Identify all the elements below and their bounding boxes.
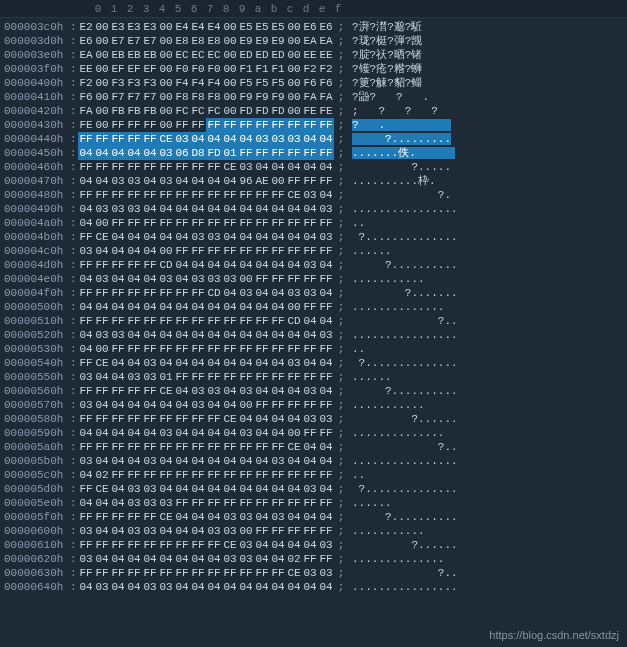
hex-bytes[interactable]: 0304040404040403040400FFFFFFFFFF [78,398,334,412]
hex-byte[interactable]: 03 [190,384,206,398]
hex-byte[interactable]: FF [206,314,222,328]
hex-byte[interactable]: 03 [126,482,142,496]
hex-byte[interactable]: 03 [286,356,302,370]
hex-byte[interactable]: FF [190,412,206,426]
ascii-view[interactable]: ?腚?祆?晒?锗 [348,48,627,62]
hex-byte[interactable]: 04 [238,356,254,370]
hex-byte[interactable]: FF [94,286,110,300]
hex-bytes[interactable]: FFCE0404030404040404040404030404 [78,356,334,370]
hex-byte[interactable]: FF [270,216,286,230]
hex-byte[interactable]: CE [286,440,302,454]
hex-byte[interactable]: FF [302,216,318,230]
hex-byte[interactable]: 04 [142,552,158,566]
hex-byte[interactable]: FF [302,272,318,286]
hex-byte[interactable]: 03 [94,272,110,286]
hex-byte[interactable]: 04 [110,524,126,538]
hex-byte[interactable]: 01 [222,146,238,160]
hex-byte[interactable]: F7 [110,90,126,104]
hex-byte[interactable]: 03 [222,272,238,286]
hex-row[interactable]: 000004e0h:0403040404030403030300FFFFFFFF… [0,272,627,286]
hex-byte[interactable]: FB [126,104,142,118]
hex-bytes[interactable]: FFFFFFFFFFCE03040404040303030404 [78,132,334,146]
hex-bytes[interactable]: FFFFFFFFFFFFFFFFFFFFFFFFFFCD0404 [78,314,334,328]
hex-byte[interactable]: EE [302,48,318,62]
hex-row[interactable]: 00000540h:FFCE04040304040404040404040304… [0,356,627,370]
ascii-view[interactable]: ...... [348,244,627,258]
hex-byte[interactable]: 04 [302,356,318,370]
hex-byte[interactable]: EF [126,62,142,76]
hex-byte[interactable]: E8 [190,34,206,48]
hex-byte[interactable]: F4 [190,76,206,90]
ascii-view[interactable]: ?.............. [348,230,627,244]
hex-byte[interactable]: 00 [286,104,302,118]
hex-byte[interactable]: FF [238,188,254,202]
hex-byte[interactable]: FE [302,104,318,118]
hex-byte[interactable]: 04 [222,258,238,272]
hex-byte[interactable]: F3 [126,76,142,90]
hex-byte[interactable]: FF [174,440,190,454]
hex-byte[interactable]: F9 [238,90,254,104]
hex-byte[interactable]: FF [238,440,254,454]
hex-byte[interactable]: 03 [142,370,158,384]
hex-byte[interactable]: FF [174,160,190,174]
hex-byte[interactable]: FF [78,412,94,426]
hex-byte[interactable]: 03 [222,524,238,538]
hex-byte[interactable]: 03 [318,412,334,426]
hex-row[interactable]: 000003c0h:E200E3E3E300E4E4E400E5E5E500E6… [0,20,627,34]
hex-byte[interactable]: 04 [286,160,302,174]
hex-byte[interactable]: 04 [142,174,158,188]
hex-byte[interactable]: 03 [206,524,222,538]
hex-byte[interactable]: EE [318,48,334,62]
hex-row[interactable]: 000005f0h:FFFFFFFFFFCE040404030304030404… [0,510,627,524]
hex-byte[interactable]: 04 [110,426,126,440]
hex-byte[interactable]: E7 [126,34,142,48]
hex-byte[interactable]: 04 [238,230,254,244]
hex-byte[interactable]: 03 [302,412,318,426]
hex-byte[interactable]: FF [222,566,238,580]
hex-byte[interactable]: FF [142,258,158,272]
hex-bytes[interactable]: EE00EFEFEF00F0F0F000F1F1F100F2F2 [78,62,334,76]
hex-byte[interactable]: 04 [270,160,286,174]
hex-byte[interactable]: F8 [190,90,206,104]
hex-byte[interactable]: FF [190,216,206,230]
hex-byte[interactable]: 04 [174,454,190,468]
hex-byte[interactable]: FF [94,510,110,524]
hex-byte[interactable]: 03 [78,524,94,538]
hex-byte[interactable]: 03 [78,370,94,384]
hex-byte[interactable]: FF [286,118,302,132]
hex-byte[interactable]: F3 [142,76,158,90]
hex-byte[interactable]: 04 [318,356,334,370]
hex-byte[interactable]: 04 [110,454,126,468]
hex-byte[interactable]: FF [302,118,318,132]
hex-byte[interactable]: FF [174,244,190,258]
hex-byte[interactable]: F8 [174,90,190,104]
hex-byte[interactable]: 03 [158,146,174,160]
hex-byte[interactable]: CE [158,384,174,398]
hex-byte[interactable]: 00 [238,524,254,538]
hex-byte[interactable]: FF [94,384,110,398]
hex-byte[interactable]: 04 [158,300,174,314]
hex-byte[interactable]: 04 [286,510,302,524]
ascii-view[interactable]: ................ [348,454,627,468]
hex-byte[interactable]: 04 [222,426,238,440]
hex-byte[interactable]: 00 [94,90,110,104]
hex-bytes[interactable]: EA00EBEBEB00ECECEC00EDEDED00EEEE [78,48,334,62]
hex-byte[interactable]: FA [78,104,94,118]
hex-bytes[interactable]: FFFFFFFFFFCE04030304030404040304 [78,384,334,398]
hex-byte[interactable]: 04 [302,454,318,468]
hex-byte[interactable]: 96 [238,174,254,188]
hex-byte[interactable]: 04 [190,174,206,188]
hex-bytes[interactable]: 0404040404040404040404040400FFFF [78,300,334,314]
hex-byte[interactable]: 04 [254,258,270,272]
hex-byte[interactable]: FF [270,146,286,160]
ascii-view[interactable]: ........... [348,398,627,412]
hex-bytes[interactable]: 04030404030304040404040404040404 [78,580,334,594]
hex-byte[interactable]: 03 [126,202,142,216]
hex-byte[interactable]: 03 [142,496,158,510]
hex-byte[interactable]: FE [318,104,334,118]
hex-byte[interactable]: E5 [238,20,254,34]
hex-byte[interactable]: FF [126,160,142,174]
hex-bytes[interactable]: FFFFFFFFFFFFFFFFFFCE030404040403 [78,538,334,552]
hex-byte[interactable]: 04 [94,454,110,468]
ascii-view[interactable]: ?.......... [348,258,627,272]
